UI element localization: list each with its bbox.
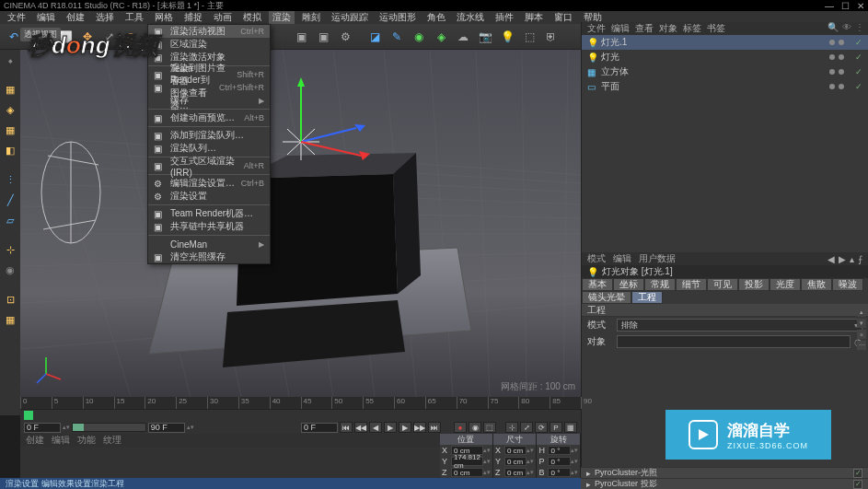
attr-tab[interactable]: 可见 [707,278,738,291]
light-icon[interactable]: 💡 [497,27,517,47]
frame-end-input[interactable] [148,423,185,433]
param-key-icon[interactable]: P [550,422,562,433]
spline-icon[interactable]: ✎ [387,27,407,47]
rotate-tool-icon[interactable]: ⟳ [122,27,142,47]
render-settings-icon[interactable]: ⚙ [335,27,355,47]
menu-8[interactable]: 模拟 [239,11,265,24]
texture-mode-icon[interactable]: ▦ [2,122,18,138]
attr-tab[interactable]: 工程 [631,291,663,304]
viewport-solo-icon[interactable]: ◉ [2,262,18,278]
viewport[interactable]: 网格间距 : 100 cm [20,50,581,397]
attr-tab[interactable]: 投影 [738,278,770,291]
render-view-icon[interactable]: ▣ [291,27,311,47]
search-icon[interactable]: 🔍 [827,22,839,32]
object-row[interactable]: 💡灯光.1✓ [582,35,868,50]
attr-tab[interactable]: 常规 [644,278,676,291]
object-mode-icon[interactable]: ◈ [2,101,18,118]
menu-17[interactable]: 窗口 [550,11,576,24]
camera-icon[interactable]: 📷 [475,27,495,47]
menu-0[interactable]: 文件 [4,11,29,24]
rot-key-icon[interactable]: ⟳ [535,422,548,433]
attr-tab[interactable]: 光度 [770,278,801,291]
pyro-lighting-checkbox[interactable]: ✓ [853,469,862,478]
filter-icon[interactable]: ⋮ [855,22,864,32]
range-slider[interactable] [72,423,146,432]
attr-edit[interactable]: 编辑 [613,252,631,265]
menu-item[interactable]: ⚙渲染设置 [148,190,270,203]
attr-tab[interactable]: 细节 [676,278,707,291]
key-selection-icon[interactable]: ⬚ [483,422,496,433]
menu-4[interactable]: 工具 [122,11,147,24]
play-icon[interactable]: ▶ [384,422,397,433]
more-icon[interactable]: ⋯ [857,341,866,350]
om-tab-file[interactable]: 文件 [587,22,606,35]
attr-tab[interactable]: 噪波 [832,278,863,291]
menu-item[interactable]: ▣渲染队列… [148,142,270,155]
menu-1[interactable]: 编辑 [33,11,59,24]
menu-item[interactable]: ⚙编辑渲染设置…Ctrl+B [148,177,270,190]
pos-key-icon[interactable]: ⊹ [505,422,518,433]
menu-item[interactable]: 缓存▶ [148,94,270,107]
attr-mode[interactable]: 模式 [587,252,606,265]
viewport-tab[interactable]: 透视视图 [20,28,61,41]
om-tab-object[interactable]: 对象 [659,22,677,35]
rot-b[interactable]: 0 ° [548,468,571,477]
size-x[interactable]: 0 cm [504,446,527,455]
attr-next-icon[interactable]: ▶ [839,254,846,264]
timeline-ruler[interactable]: 051015202530354045505560657075808590 [20,397,581,410]
attr-userdata[interactable]: 用户数据 [639,252,676,265]
om-tab-tag[interactable]: 标签 [683,22,701,35]
goto-start-icon[interactable]: ⏮ [340,422,353,433]
pos-y[interactable]: 174.812 cm [451,457,483,466]
next-frame-icon[interactable]: ▶ [399,422,411,433]
up-icon[interactable]: ▴ [857,308,866,317]
goto-end-icon[interactable]: ⏭ [428,422,441,433]
scale-tool-icon[interactable]: ⤢ [99,27,120,47]
size-z[interactable]: 0 cm [504,468,527,477]
object-row[interactable]: ▭平面✓ [582,79,868,94]
attr-func-icon[interactable]: ⨍ [858,254,862,264]
model-mode-icon[interactable]: ▦ [2,81,18,98]
menu-item[interactable]: ▣Team Render到图像查看器…Ctrl+Shift+R [148,81,270,94]
object-drop-target[interactable] [617,335,851,348]
menu-item[interactable]: ▣渲染活动视图Ctrl+R [148,25,270,38]
mm-func[interactable]: 功能 [77,434,96,447]
tag-icon[interactable]: ⬚ [519,27,539,47]
object-row[interactable]: 💡灯光✓ [582,50,868,64]
cube-primitive-icon[interactable]: ◪ [365,27,385,47]
om-tab-edit[interactable]: 编辑 [611,22,630,35]
menu-15[interactable]: 插件 [492,11,517,24]
om-tab-view[interactable]: 查看 [635,22,654,35]
menu-item[interactable]: ▣共享链中共享机器 [148,220,270,233]
om-tab-bookmark[interactable]: 书签 [707,22,725,35]
make-editable-icon[interactable]: ⬥ [2,52,18,68]
environment-icon[interactable]: ☁ [453,27,473,47]
pla-key-icon[interactable]: ▦ [564,422,577,433]
misc-icon[interactable]: ⛨ [541,27,561,47]
mode-dropdown[interactable]: 排除 [617,319,862,332]
prev-frame-icon[interactable]: ◀ [369,422,382,433]
close-button[interactable]: ✕ [857,1,864,11]
attr-tab[interactable]: 坐标 [613,278,644,291]
menu-2[interactable]: 创建 [63,11,88,24]
size-y[interactable]: 0 cm [504,457,527,466]
rot-h[interactable]: 0 ° [548,446,571,455]
polys-mode-icon[interactable]: ▱ [2,212,18,228]
deformer-icon[interactable]: ◈ [431,27,451,47]
prev-key-icon[interactable]: ◀◀ [354,422,367,433]
frame-current-input[interactable] [301,423,338,433]
menu-item[interactable]: ▣清空光照缓存 [148,250,270,263]
pos-z[interactable]: 0 cm [451,468,483,477]
menu-7[interactable]: 动画 [210,11,236,24]
attr-prev-icon[interactable]: ◀ [827,254,835,264]
attr-up-icon[interactable]: ▴ [850,254,854,264]
menu-5[interactable]: 网格 [151,11,177,24]
mm-tex[interactable]: 纹理 [103,434,122,447]
enable-axis-icon[interactable]: ⊹ [2,241,18,258]
move-tool-icon[interactable]: ✥ [77,27,98,47]
rot-p[interactable]: 0 ° [548,457,571,466]
menu-13[interactable]: 角色 [423,11,449,24]
trash-icon[interactable]: × [857,330,866,339]
attr-tab[interactable]: 焦散 [801,278,832,291]
menu-item[interactable]: ▣Team Render机器… [148,207,270,220]
